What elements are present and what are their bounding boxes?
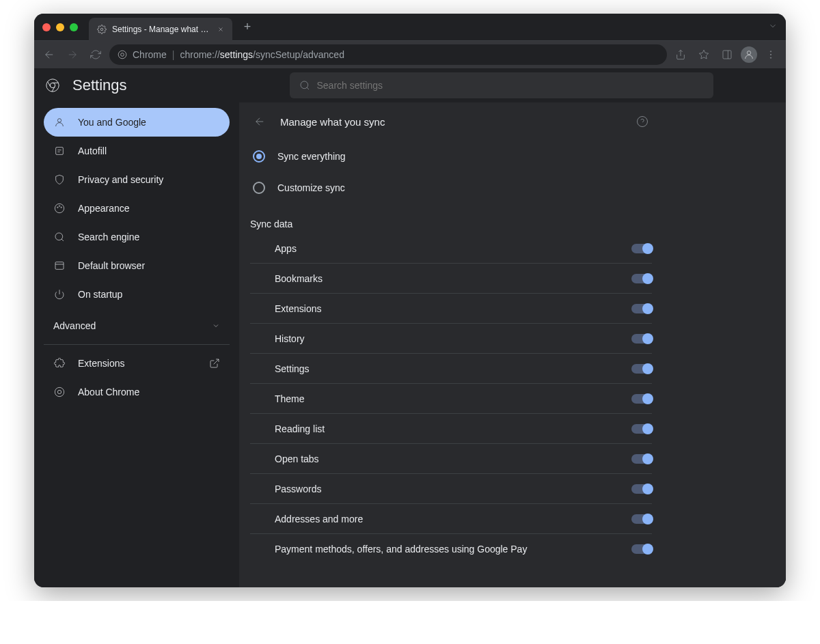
reload-button[interactable] [86,45,105,64]
radio-sync-everything[interactable]: Sync everything [250,141,652,172]
minimize-window-button[interactable] [56,23,64,31]
forward-button[interactable] [63,45,82,64]
help-button[interactable] [633,112,652,131]
sidebar-label: Default browser [78,260,145,271]
sync-data-label: Payment methods, offers, and addresses u… [275,544,631,555]
menu-button[interactable] [761,45,780,64]
sidebar-item-on-startup[interactable]: On startup [44,280,230,309]
sync-toggle[interactable] [631,544,652,554]
sync-data-row: Reading list [250,414,652,444]
sync-data-row: History [250,324,652,354]
sync-data-label: Apps [275,243,631,254]
back-to-sync-button[interactable] [250,112,269,131]
panel-button[interactable] [718,45,737,64]
sidebar-divider [44,344,230,345]
search-settings[interactable] [290,72,713,98]
sidebar-label: Appearance [78,203,130,214]
radio-icon [253,182,265,194]
arrow-left-icon [43,48,55,61]
svg-point-20 [57,390,61,393]
sync-toggle[interactable] [631,514,652,524]
sidebar-item-search-engine[interactable]: Search engine [44,223,230,251]
tabs-dropdown-button[interactable] [768,21,778,33]
close-window-button[interactable] [42,23,51,31]
radio-icon [253,150,265,163]
svg-point-17 [55,233,63,240]
sync-data-row: Theme [250,384,652,414]
extension-icon [53,358,66,369]
app-body: You and Google Autofill Privacy and secu… [34,102,786,587]
page-content: Sync everything Customize sync Sync data… [239,141,663,580]
sync-data-label: History [275,333,631,344]
shield-icon [53,174,66,185]
sync-toggle[interactable] [631,394,652,404]
power-icon [53,289,66,300]
palette-icon [53,203,66,214]
url-scheme: chrome:// [180,49,219,60]
back-button[interactable] [40,45,59,64]
sidebar-label: On startup [78,289,122,300]
sync-toggle[interactable] [631,274,652,283]
chrome-logo-icon [45,78,60,93]
sidebar-item-autofill[interactable]: Autofill [44,137,230,165]
svg-point-4 [747,51,750,55]
search-icon [53,232,66,242]
sync-toggle[interactable] [631,454,652,464]
sync-toggle[interactable] [631,424,652,434]
browser-tab[interactable]: Settings - Manage what you sy [89,18,232,41]
sync-data-label: Bookmarks [275,273,631,284]
sidebar-label: Autofill [78,145,107,156]
sync-data-row: Addresses and more [250,504,652,534]
svg-point-1 [118,51,126,59]
more-vertical-icon [765,49,776,60]
sync-toggle[interactable] [631,484,652,494]
radio-customize-sync[interactable]: Customize sync [250,172,652,204]
toolbar: Chrome | chrome://settings/syncSetup/adv… [34,41,786,68]
sidebar-item-appearance[interactable]: Appearance [44,194,230,223]
svg-rect-18 [55,262,64,270]
sidebar-item-you-and-google[interactable]: You and Google [44,108,230,137]
sidebar: You and Google Autofill Privacy and secu… [34,102,239,587]
share-button[interactable] [671,45,690,64]
sync-toggle[interactable] [631,304,652,313]
sync-toggle[interactable] [631,334,652,344]
svg-point-7 [770,57,771,58]
svg-point-11 [57,119,61,122]
sync-data-heading: Sync data [250,219,652,229]
traffic-lights [42,23,78,31]
sidebar-item-default-browser[interactable]: Default browser [44,251,230,280]
svg-point-10 [301,81,308,89]
sidebar-label: Search engine [78,232,139,242]
sidebar-item-about[interactable]: About Chrome [44,378,230,406]
url-bar[interactable]: Chrome | chrome://settings/syncSetup/adv… [109,44,667,65]
sync-data-row: Payment methods, offers, and addresses u… [250,534,652,564]
close-tab-icon[interactable] [217,26,224,33]
search-input[interactable] [317,80,704,91]
titlebar: Settings - Manage what you sy + [34,14,786,41]
new-tab-button[interactable]: + [238,20,257,34]
sync-data-row: Extensions [250,294,652,324]
maximize-window-button[interactable] [70,23,78,31]
panel-icon [722,49,733,60]
browser-window: Settings - Manage what you sy + Chrome |… [34,14,786,587]
share-icon [675,49,686,60]
sync-data-label: Reading list [275,423,631,434]
sync-toggle[interactable] [631,244,652,253]
sidebar-label: You and Google [78,117,146,128]
sidebar-item-privacy[interactable]: Privacy and security [44,165,230,194]
svg-point-13 [55,204,64,212]
profile-avatar[interactable] [741,46,757,63]
svg-rect-12 [56,148,64,155]
star-icon [698,49,709,60]
arrow-left-icon [254,115,266,128]
sync-data-row: Settings [250,354,652,384]
bookmark-button[interactable] [694,45,713,64]
sync-data-label: Passwords [275,484,631,494]
sync-toggle[interactable] [631,364,652,374]
svg-point-2 [121,53,124,57]
sidebar-item-extensions[interactable]: Extensions [44,349,230,378]
tab-title: Settings - Manage what you sy [112,25,212,34]
svg-point-15 [59,206,59,206]
sidebar-advanced-toggle[interactable]: Advanced [44,311,230,340]
person-icon [53,117,66,128]
